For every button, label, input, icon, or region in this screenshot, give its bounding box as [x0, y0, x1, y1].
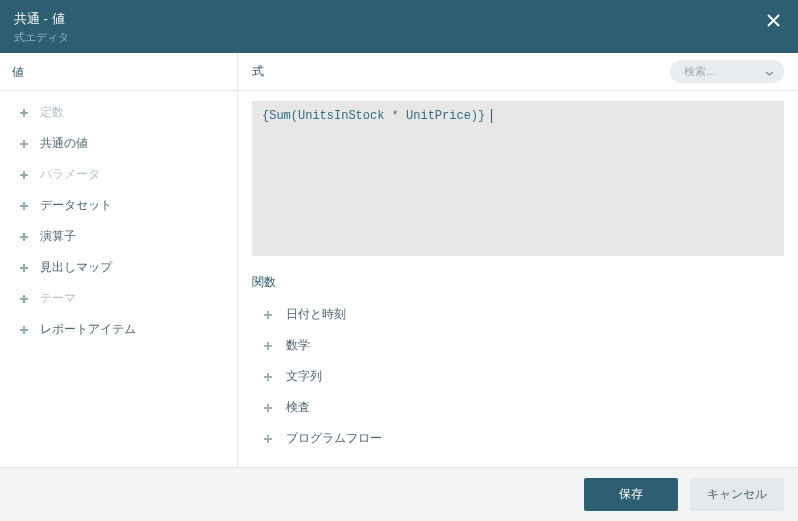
expand-icon[interactable]: [262, 340, 274, 352]
tree-item-label: 演算子: [40, 228, 76, 245]
expand-icon[interactable]: [262, 433, 274, 445]
header-text: 共通 - 値 式エディタ: [14, 10, 763, 45]
expand-icon[interactable]: [18, 169, 30, 181]
expand-icon[interactable]: [262, 371, 274, 383]
dialog-header: 共通 - 値 式エディタ: [0, 0, 798, 53]
function-item-label: 数学: [286, 337, 310, 354]
right-panel: 式 検索... {Sum(UnitsInStock * UnitPrice)} …: [238, 53, 798, 467]
tree-item-label: 共通の値: [40, 135, 88, 152]
tree-item-label: 見出しマップ: [40, 259, 112, 276]
search-placeholder: 検索...: [684, 65, 715, 77]
chevron-down-icon: [765, 66, 774, 78]
expand-icon[interactable]: [18, 231, 30, 243]
expression-textarea[interactable]: {Sum(UnitsInStock * UnitPrice)}: [252, 101, 784, 256]
expand-icon[interactable]: [18, 107, 30, 119]
function-item[interactable]: 文字列: [252, 361, 498, 392]
tree-item[interactable]: テーマ: [18, 283, 237, 314]
tree-item[interactable]: データセット: [18, 190, 237, 221]
left-panel: 値 定数共通の値パラメータデータセット演算子見出しマップテーマレポートアイテム: [0, 53, 238, 467]
tree-item-label: テーマ: [40, 290, 76, 307]
save-button[interactable]: 保存: [584, 478, 678, 511]
function-item[interactable]: 集計: [252, 454, 498, 457]
function-item[interactable]: 日付と時刻: [252, 299, 498, 330]
tree-item-label: レポートアイテム: [40, 321, 136, 338]
right-panel-top: 式 検索...: [238, 53, 798, 91]
expression-label: 式: [252, 63, 660, 80]
functions-list[interactable]: 日付と時刻数学文字列検査プログラムフロー集計変換その他: [252, 299, 498, 457]
dialog-footer: 保存 キャンセル: [0, 467, 798, 521]
function-item-label: 文字列: [286, 368, 322, 385]
expand-icon[interactable]: [18, 138, 30, 150]
expand-icon[interactable]: [262, 309, 274, 321]
tree-item[interactable]: 見出しマップ: [18, 252, 237, 283]
close-icon[interactable]: [763, 10, 784, 33]
tree-item[interactable]: 定数: [18, 97, 237, 128]
function-item-label: 日付と時刻: [286, 306, 346, 323]
function-item[interactable]: プログラムフロー: [252, 423, 498, 454]
tree-item[interactable]: レポートアイテム: [18, 314, 237, 345]
tree-item-label: 定数: [40, 104, 64, 121]
tree-item[interactable]: 演算子: [18, 221, 237, 252]
value-tree: 定数共通の値パラメータデータセット演算子見出しマップテーマレポートアイテム: [0, 91, 237, 467]
tree-item[interactable]: パラメータ: [18, 159, 237, 190]
functions-wrap: 日付と時刻数学文字列検査プログラムフロー集計変換その他: [238, 299, 798, 467]
dialog-body: 値 定数共通の値パラメータデータセット演算子見出しマップテーマレポートアイテム …: [0, 53, 798, 467]
expand-icon[interactable]: [262, 402, 274, 414]
tree-item-label: データセット: [40, 197, 112, 214]
text-cursor: [484, 109, 492, 123]
search-input[interactable]: 検索...: [670, 60, 784, 83]
function-item-label: 検査: [286, 399, 310, 416]
expand-icon[interactable]: [18, 324, 30, 336]
cancel-button[interactable]: キャンセル: [690, 478, 784, 511]
left-panel-heading: 値: [0, 53, 237, 91]
dialog-title: 共通 - 値: [14, 10, 763, 28]
expression-text: {Sum(UnitsInStock * UnitPrice)}: [262, 109, 485, 123]
expand-icon[interactable]: [18, 262, 30, 274]
tree-item-label: パラメータ: [40, 166, 100, 183]
dialog-subtitle: 式エディタ: [14, 30, 763, 45]
function-item[interactable]: 数学: [252, 330, 498, 361]
function-item[interactable]: 検査: [252, 392, 498, 423]
tree-item[interactable]: 共通の値: [18, 128, 237, 159]
expand-icon[interactable]: [18, 293, 30, 305]
function-item-label: プログラムフロー: [286, 430, 382, 447]
expand-icon[interactable]: [18, 200, 30, 212]
functions-heading: 関数: [238, 256, 798, 299]
